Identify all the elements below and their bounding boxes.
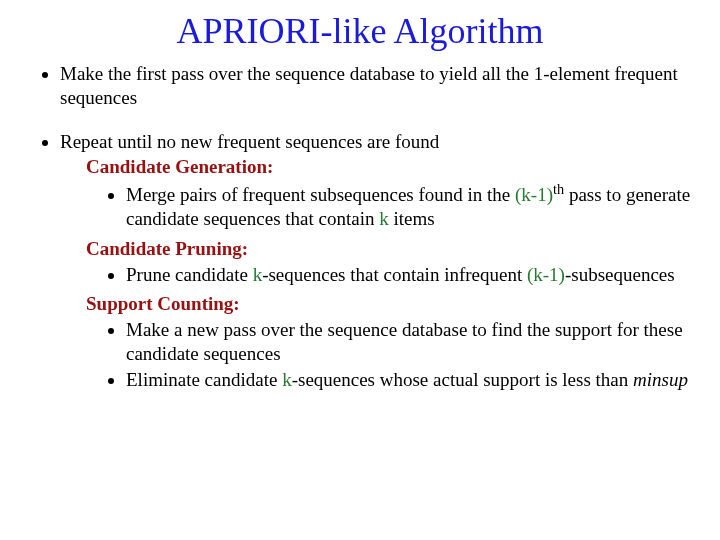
heading-candidate-generation: Candidate Generation:	[86, 156, 273, 177]
k-minus-1-prune: (k-1)	[527, 264, 565, 285]
bullet-first-pass: Make the first pass over the sequence da…	[60, 62, 692, 110]
section-support-counting: Support Counting: Make a new pass over t…	[86, 292, 692, 391]
bullet-list: Make the first pass over the sequence da…	[38, 62, 692, 391]
sublist-sup-count: Make a new pass over the sequence databa…	[106, 318, 692, 391]
section-candidate-pruning: Candidate Pruning: Prune candidate k-seq…	[86, 237, 692, 287]
th-superscript: th	[553, 181, 564, 197]
slide: APRIORI-like Algorithm Make the first pa…	[0, 0, 720, 540]
heading-support-counting: Support Counting:	[86, 293, 240, 314]
heading-candidate-pruning: Candidate Pruning:	[86, 238, 248, 259]
sublist-cand-prune: Prune candidate k-sequences that contain…	[106, 263, 692, 287]
bullet-repeat: Repeat until no new frequent sequences a…	[60, 130, 692, 392]
cand-gen-item: Merge pairs of frequent subsequences fou…	[126, 181, 692, 231]
k-items: k	[379, 208, 389, 229]
sublist-cand-gen: Merge pairs of frequent subsequences fou…	[106, 181, 692, 231]
sup-count-item-1: Make a new pass over the sequence databa…	[126, 318, 692, 366]
minsup: minsup	[633, 369, 688, 390]
slide-title: APRIORI-like Algorithm	[28, 10, 692, 52]
k-minus-1: (k-1)	[515, 184, 553, 205]
bullet-repeat-text: Repeat until no new frequent sequences a…	[60, 131, 439, 152]
cand-prune-item: Prune candidate k-sequences that contain…	[126, 263, 692, 287]
k-seq: k	[253, 264, 263, 285]
section-candidate-generation: Candidate Generation: Merge pairs of fre…	[86, 155, 692, 231]
sup-count-item-2: Eliminate candidate k-sequences whose ac…	[126, 368, 692, 392]
k-elim: k	[282, 369, 292, 390]
